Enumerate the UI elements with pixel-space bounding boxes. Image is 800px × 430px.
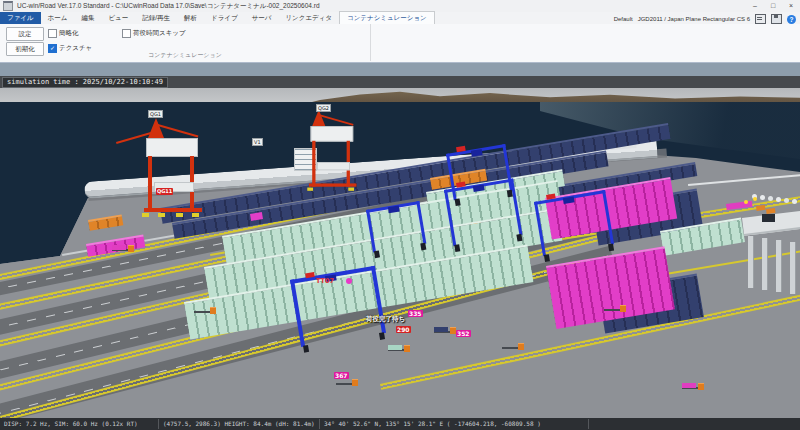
ribbon-panel: 設定 初期化 簡略化 ✓ テクスチャ 荷役時間スキップ コンテナシミュレーション (0, 24, 800, 63)
crane-apex (148, 118, 164, 138)
truck-id-badge: 367 (334, 372, 349, 379)
vessel-label: V1 (252, 138, 263, 146)
window-controls: – □ × (746, 0, 800, 12)
crane-girder (317, 162, 350, 170)
checkbox-icon[interactable] (48, 29, 57, 38)
tab-record-play[interactable]: 記録/再生 (135, 12, 177, 24)
tab-server[interactable]: サーバ (245, 12, 279, 24)
3d-viewport[interactable]: QG1 QG2 QG11 V1 TT07 荷役完了待ち 290 335 352 … (0, 88, 800, 418)
tab-drive[interactable]: ドライブ (204, 12, 245, 24)
truck-status-label: 荷役完了待ち (366, 316, 405, 323)
rtg-id-label: TT07 (316, 278, 334, 285)
pier-vehicle (762, 214, 775, 222)
save-icon[interactable] (771, 14, 782, 24)
minimize-button[interactable]: – (746, 0, 764, 12)
rtg-crane (444, 178, 522, 246)
toolbar-band (0, 62, 800, 77)
help-icon[interactable]: ? (787, 15, 796, 24)
crane-leg (312, 141, 315, 187)
pier-leg (762, 238, 768, 290)
terminal-truck (682, 382, 704, 390)
coordinate-system-label: JGD2011 / Japan Plane Rectangular CS 6 (638, 16, 750, 22)
terminal-truck (502, 342, 524, 350)
terminal-truck (604, 304, 626, 312)
status-position-height: (4757.5, 2986.3) HEIGHT: 84.4m (dH: 81.4… (159, 419, 320, 429)
skip-handling-time-checkbox[interactable]: 荷役時間スキップ (122, 29, 186, 38)
simplify-checkbox[interactable]: 簡略化 (48, 29, 79, 38)
crane-id-label: QG2 (316, 104, 331, 112)
status-coordinates: 34° 40' 52.6" N, 135° 15' 28.1" E ( -174… (320, 419, 589, 429)
crane-machine-house (146, 138, 198, 157)
tab-edit[interactable]: 編集 (74, 12, 101, 24)
crane-sill (309, 183, 357, 186)
terminal-truck (434, 326, 456, 334)
crane-foot (348, 188, 354, 191)
profile-label: Default (614, 16, 633, 22)
rtg-crane (290, 266, 386, 347)
pier-leg (748, 236, 754, 288)
tab-view[interactable]: ビュー (101, 12, 135, 24)
pier-leg (790, 242, 796, 294)
skip-handling-time-label: 荷役時間スキップ (133, 29, 186, 38)
crane-foot (142, 213, 149, 217)
tab-home[interactable]: ホーム (41, 12, 75, 24)
crane-leg (148, 156, 152, 212)
pier-fenders (752, 194, 757, 199)
tab-analysis[interactable]: 解析 (177, 12, 204, 24)
pier-yellow-markers (744, 200, 748, 204)
terminal-truck (112, 244, 134, 252)
crane-apex (312, 110, 325, 126)
terminal-truck (388, 344, 410, 352)
simulation-time-label: simulation time : 2025/10/22-10:10:49 (2, 77, 168, 88)
terminal-truck (194, 306, 216, 314)
truck-id-badge: 290 (396, 326, 411, 333)
crane-foot (158, 213, 165, 217)
tab-file[interactable]: ファイル (0, 12, 41, 24)
tab-link-editor[interactable]: リンクエディタ (278, 12, 339, 24)
pier-leg (776, 240, 782, 292)
ribbon-group-label: コンテナシミュレーション (0, 51, 370, 60)
rtg-status-dot (346, 278, 352, 284)
app-icon (3, 1, 13, 11)
keyboard-icon[interactable] (755, 14, 766, 24)
quay-crane-right (304, 108, 361, 193)
crane-machine-house (311, 126, 354, 142)
truck-id-badge: 335 (408, 310, 423, 317)
settings-button[interactable]: 設定 (6, 27, 44, 41)
crane-sill (144, 208, 202, 212)
simplify-label: 簡略化 (59, 29, 79, 38)
ribbon-tab-bar: ファイル ホーム 編集 ビュー 記録/再生 解析 ドライブ サーバ リンクエディ… (0, 12, 800, 24)
container-simulation-group: 設定 初期化 簡略化 ✓ テクスチャ 荷役時間スキップ コンテナシミュレーション (0, 24, 371, 61)
simulation-time-bar: simulation time : 2025/10/22-10:10:49 (0, 76, 800, 88)
crane-id-label: QG1 (148, 110, 163, 118)
crane-foot (307, 188, 313, 191)
window-title: UC-win/Road Ver.17.0 Standard - C:\UCwin… (17, 2, 320, 11)
rtg-crane (534, 190, 614, 256)
maximize-button[interactable]: □ (764, 0, 782, 12)
rtg-crane (366, 201, 426, 252)
crane-foot (176, 213, 183, 217)
close-button[interactable]: × (782, 0, 800, 12)
truck-id-badge: 352 (456, 330, 471, 337)
quick-access-bar: Default JGD2011 / Japan Plane Rectangula… (614, 14, 800, 24)
checkbox-icon[interactable] (122, 29, 131, 38)
crane-id-badge: QG11 (156, 188, 173, 195)
quay-crane-left (138, 116, 208, 220)
status-bar: DISP: 7.2 Hz, SIM: 60.0 Hz (0.12x RT) (4… (0, 418, 800, 430)
terminal-truck (336, 378, 358, 386)
tab-container-simulation[interactable]: コンテナシミュレーション (339, 11, 435, 24)
status-framerate: DISP: 7.2 Hz, SIM: 60.0 Hz (0.12x RT) (0, 419, 159, 429)
crane-foot (192, 213, 199, 217)
